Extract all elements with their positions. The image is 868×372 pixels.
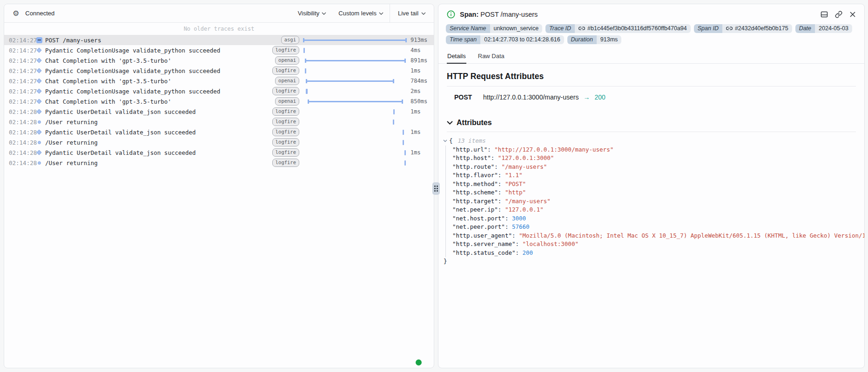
diamond-shape <box>36 58 41 63</box>
info-icon <box>447 10 455 19</box>
bar-cap <box>306 79 307 83</box>
span-diamond-icon <box>33 48 45 52</box>
tag-pill: logfire <box>272 107 299 116</box>
json-entry: "net.peer.ip": "127.0.0.1" <box>452 206 856 214</box>
tag-pill: logfire <box>272 138 299 146</box>
tag-pill: logfire <box>272 66 299 75</box>
panel-icon[interactable] <box>821 11 828 18</box>
span-diamond-icon <box>33 130 45 134</box>
trace-timestamp: 02:14:27 <box>4 78 33 85</box>
circle-shape <box>38 161 41 165</box>
trace-tag: openai <box>274 77 299 85</box>
trace-duration-bar <box>303 137 407 147</box>
trace-timestamp: 02:14:28 <box>4 129 33 136</box>
badge-value: 2024-05-03 <box>815 24 852 33</box>
http-request-summary: POST http://127.0.0.1:3000/many-users → … <box>454 93 856 101</box>
trace-row[interactable]: 02:14:28/User returninglogfire <box>4 137 434 147</box>
trace-row[interactable]: 02:14:27POST /many-usersasgi913ms <box>4 35 434 45</box>
trace-row[interactable]: 02:14:27Pydantic CompletionUsage validat… <box>4 66 434 76</box>
trace-duration-label: 913ms <box>407 37 434 43</box>
settings-gear-icon[interactable]: ⚙ <box>13 10 19 17</box>
json-key: "http.method" <box>452 180 498 187</box>
trace-row[interactable]: 02:14:27Pydantic CompletionUsage validat… <box>4 45 434 55</box>
json-key: "net.peer.port" <box>452 223 505 230</box>
trace-row[interactable]: 02:14:27Chat Completion with 'gpt-3.5-tu… <box>4 76 434 86</box>
chevron-down-icon <box>322 12 326 15</box>
badge-trace-id: Trace ID#b1c445ef3b0b43116df5760ffb470a9… <box>545 24 691 33</box>
trace-timestamp: 02:14:28 <box>4 139 33 146</box>
trace-row[interactable]: 02:14:27Chat Completion with 'gpt-3.5-tu… <box>4 96 434 106</box>
tag-pill: logfire <box>272 46 299 54</box>
chevron-down-icon <box>421 12 426 15</box>
bar-cap <box>402 100 403 104</box>
trace-duration-label: 4ms <box>407 47 434 53</box>
attributes-json: { 13 items "http.url": "http://127.0.0.1… <box>443 137 856 266</box>
bar-tick <box>403 140 404 145</box>
json-value: "127.0.0.1" <box>505 206 544 213</box>
json-key: "net.peer.ip" <box>452 206 498 213</box>
trace-tag: logfire <box>274 148 299 157</box>
arrow-right-icon: → <box>583 93 590 101</box>
trace-tag: logfire <box>274 128 299 136</box>
diamond-shape <box>36 78 41 83</box>
bar-tick <box>306 89 307 94</box>
visibility-dropdown[interactable]: Visibility <box>292 4 333 22</box>
trace-timestamp: 02:14:27 <box>4 98 33 105</box>
trace-timestamp: 02:14:28 <box>4 119 33 126</box>
trace-timestamp: 02:14:28 <box>4 108 33 115</box>
json-value: "localhost:3000" <box>523 240 579 247</box>
trace-row[interactable]: 02:14:27Pydantic CompletionUsage validat… <box>4 86 434 96</box>
trace-row[interactable]: 02:14:28Pydantic UserDetail validate_jso… <box>4 127 434 137</box>
live-indicator-dot <box>416 359 422 365</box>
json-close-brace: } <box>444 257 856 266</box>
bar-tick <box>404 150 406 155</box>
trace-name: Pydantic CompletionUsage validate_python… <box>45 88 274 95</box>
attributes-toggle[interactable]: Attributes <box>447 119 856 127</box>
trace-tag: logfire <box>274 87 299 95</box>
span-title: Span: POST /many-users <box>460 11 538 18</box>
json-entry: "http.user_agent": "Mozilla/5.0 (Macinto… <box>452 232 856 240</box>
badge-value: unknown_service <box>490 24 543 33</box>
json-value: "http://127.0.0.1:3000/many-users" <box>494 146 613 153</box>
live-tail-dropdown[interactable]: Live tail <box>390 4 434 22</box>
diamond-shape <box>36 88 41 93</box>
span-diamond-icon <box>33 110 45 113</box>
trace-row[interactable]: 02:14:27Chat Completion with 'gpt-3.5-tu… <box>4 55 434 66</box>
trace-duration-bar <box>303 127 407 137</box>
json-value: 3000 <box>512 215 526 222</box>
bar-tick <box>403 130 404 135</box>
badge-value[interactable]: #2432d40ef5b0b175 <box>722 24 792 33</box>
trace-row[interactable]: 02:14:28Pydantic UserDetail validate_jso… <box>4 147 434 158</box>
collapse-toggle-icon[interactable] <box>33 37 45 43</box>
log-circle-icon <box>33 120 45 124</box>
trace-duration-bar <box>303 76 407 86</box>
http-status-code: 200 <box>594 93 605 101</box>
close-icon[interactable] <box>849 11 856 18</box>
badge-time-span: Time span02:14:27.703 to 02:14:28.616 <box>446 35 564 44</box>
no-older-traces-notice: No older traces exist <box>4 23 434 35</box>
trace-row[interactable]: 02:14:28/User returninglogfire <box>4 158 434 168</box>
json-value: "127.0.0.1:3000" <box>498 154 554 161</box>
json-open-brace: { <box>449 137 453 146</box>
link-icon[interactable] <box>835 11 842 18</box>
panel-resize-handle[interactable] <box>432 182 440 195</box>
tab-details[interactable]: Details <box>447 50 466 64</box>
json-key: "http.target" <box>452 198 498 205</box>
json-value: "Mozilla/5.0 (Macintosh; Intel Mac OS X … <box>519 232 865 239</box>
trace-row[interactable]: 02:14:28/User returninglogfire <box>4 117 434 127</box>
trace-duration-bar <box>303 158 407 168</box>
trace-timestamp: 02:14:27 <box>4 47 33 54</box>
trace-duration-bar <box>303 117 407 127</box>
json-key: "http.scheme" <box>452 189 498 196</box>
trace-row[interactable]: 02:14:28Pydantic UserDetail validate_jso… <box>4 106 434 117</box>
badge-value[interactable]: #b1c445ef3b0b43116df5760ffb470a94 <box>575 24 691 33</box>
trace-tag: logfire <box>274 66 299 75</box>
json-entry: "http.route": "/many-users" <box>452 163 856 172</box>
tag-pill: logfire <box>272 118 299 126</box>
span-name: POST /many-users <box>480 11 538 18</box>
json-collapse-icon[interactable] <box>443 140 447 142</box>
tab-raw-data[interactable]: Raw Data <box>478 50 505 63</box>
json-value: 200 <box>523 249 533 256</box>
custom-levels-dropdown[interactable]: Custom levels <box>332 4 390 22</box>
http-method: POST <box>454 93 478 101</box>
